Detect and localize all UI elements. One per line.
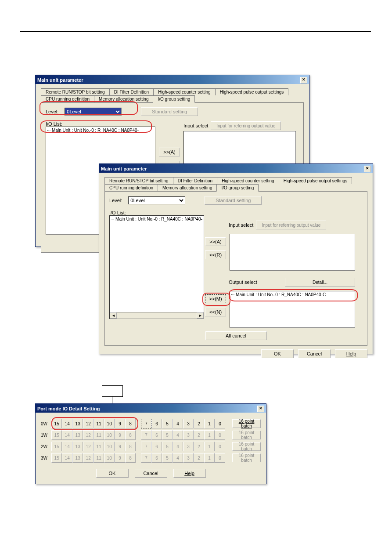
tab-remote-runstop[interactable]: Remote RUN/STOP bit setting [104,177,173,184]
level-label: Level: [46,109,58,114]
standard-setting-button[interactable]: Standard setting [205,196,262,205]
tab-hsc[interactable]: High-speed counter setting [153,88,216,95]
tab-row-1: Remote RUN/STOP bit setting DI Filter De… [41,88,304,95]
bit-button-2: 2 [194,430,204,440]
titlebar: Main unit parameter ✕ [99,164,373,173]
level-label: Level: [109,198,122,203]
tab-memalloc[interactable]: Memory allocation setting [94,95,153,102]
bit-button-14[interactable]: 14 [62,419,72,428]
bit-button-8: 8 [125,453,136,463]
move-right-m-button[interactable]: >>(M) [205,294,226,303]
bit-button-12[interactable]: 12 [83,419,94,428]
tab-hsc[interactable]: High-speed counter setting [217,177,279,184]
close-icon[interactable]: ✕ [257,406,264,412]
bit-button-13[interactable]: 13 [72,419,83,428]
page-horizontal-rule [20,31,371,32]
bit-button-11: 11 [94,430,104,440]
output-select-list[interactable]: ··· Main Unit : Unit No.-0 : R_NA40C : N… [230,291,355,328]
move-right-a-button[interactable]: >>(A) [159,148,180,156]
tab-remote-runstop[interactable]: Remote RUN/STOP bit setting [41,88,110,95]
bit-button-9: 9 [115,442,125,451]
tab-hspo[interactable]: High-speed pulse output settings [215,88,289,95]
bit-row-2W: 2W151413121110987654321016 point batch [41,442,261,451]
io-list[interactable]: ··· Main Unit : Unit No.-0 : R_NA40C : N… [109,215,204,319]
bit-button-1: 1 [204,453,215,463]
bit-button-4: 4 [173,453,183,463]
input-select-label: Input select [183,123,208,128]
close-icon[interactable]: ✕ [300,77,307,83]
all-cancel-button[interactable]: All cancel [205,331,267,340]
bit-button-10[interactable]: 10 [104,419,115,428]
input-select-label: Input select [229,222,253,228]
callout-box [102,385,123,397]
bit-button-4: 4 [173,430,183,440]
row-label: 2W [41,444,49,449]
tab-io-group[interactable]: I/O group setting [216,184,259,192]
move-left-n-button[interactable]: <<(N) [205,308,226,316]
titlebar: Main unit parameter ✕ [36,75,309,84]
window-title: Port mode IO Detail Setting [37,406,100,411]
bit-button-6[interactable]: 6 [151,419,162,428]
bit-row-3W: 3W151413121110987654321016 point batch [41,453,261,463]
batch-button[interactable]: 16 point batch [232,419,261,428]
bit-button-7[interactable]: 7 [141,419,151,428]
bit-button-6: 6 [151,453,162,463]
ok-button[interactable]: OK [261,349,294,358]
titlebar: Port mode IO Detail Setting ✕ [36,404,266,413]
bit-button-1: 1 [204,442,215,451]
help-button[interactable]: Help [335,349,367,358]
bit-button-8[interactable]: 8 [125,419,136,428]
close-icon[interactable]: ✕ [364,166,371,172]
level-combo[interactable]: 0Level [65,108,122,116]
bit-button-0: 0 [215,453,225,463]
bit-button-11: 11 [94,453,104,463]
bit-button-0[interactable]: 0 [215,419,225,428]
tab-di-filter[interactable]: DI Filter Definition [109,88,154,95]
bit-button-15: 15 [51,453,62,463]
output-list-item[interactable]: ··· Main Unit : Unit No.-0 : R_NA40C : N… [231,292,354,297]
bit-button-3[interactable]: 3 [183,419,194,428]
row-label: 1W [41,433,49,438]
help-button[interactable]: Help [173,469,206,478]
move-right-a-button[interactable]: >>(A) [205,237,226,246]
cancel-button[interactable]: Cancel [298,349,331,358]
cancel-button[interactable]: Cancel [135,469,167,478]
scroll-left-icon[interactable]: ◂ [110,312,117,319]
row-label: 3W [41,456,49,461]
bit-button-0: 0 [215,430,225,440]
batch-button: 16 point batch [232,453,261,462]
bit-button-2: 2 [194,442,204,451]
bit-button-11[interactable]: 11 [94,419,104,428]
move-left-r-button[interactable]: <<(R) [205,250,226,259]
detail-button[interactable]: Detail... [285,278,355,287]
bit-button-10: 10 [104,430,115,440]
io-list-item[interactable]: ··· Main Unit : Unit No.-0 : R_NA40C : N… [47,128,154,133]
tab-row-2: CPU running definition Memory allocation… [104,184,367,191]
scroll-right-icon[interactable]: ▸ [197,312,204,319]
input-referring-button[interactable]: Input for referring output value [256,221,326,229]
tab-di-filter[interactable]: DI Filter Definition [173,177,217,184]
bit-button-2[interactable]: 2 [194,419,204,428]
ok-button[interactable]: OK [96,469,129,478]
port-mode-io-detail-dialog: Port mode IO Detail Setting ✕ 0W15141312… [35,403,266,484]
tab-io-group[interactable]: I/O group setting [153,95,195,103]
bit-button-5[interactable]: 5 [162,419,173,428]
iolist-label: I/O List: [109,210,201,215]
bit-button-13: 13 [72,442,83,451]
bit-button-4[interactable]: 4 [173,419,183,428]
input-select-list[interactable] [230,234,355,271]
tab-memalloc[interactable]: Memory allocation setting [158,184,217,191]
tab-cpu-run[interactable]: CPU running definition [104,184,158,191]
level-combo[interactable]: 0Level [128,196,185,204]
standard-setting-button[interactable]: Standard setting [141,107,198,116]
tab-hspo[interactable]: High-speed pulse output settings [279,177,352,184]
bit-button-9[interactable]: 9 [115,419,125,428]
tab-cpu-run[interactable]: CPU running definition [41,95,94,102]
bit-button-1[interactable]: 1 [204,419,215,428]
bit-button-10: 10 [104,453,115,463]
io-list-item[interactable]: ··· Main Unit : Unit No.-0 : R_NA40C : N… [111,217,203,221]
bit-button-12: 12 [83,430,94,440]
bit-button-15[interactable]: 15 [51,419,62,428]
bit-button-6: 6 [151,430,162,440]
input-referring-button[interactable]: Input for referring output value [211,121,281,130]
